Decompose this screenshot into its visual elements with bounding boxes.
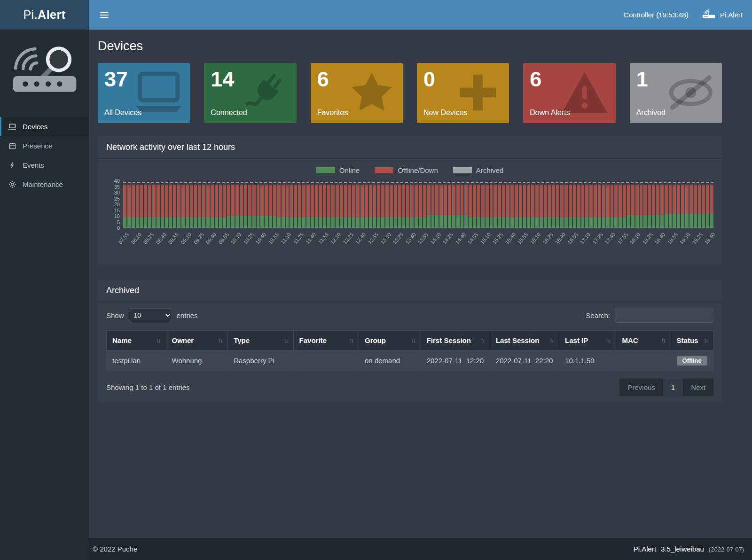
chart-bar [444,181,447,228]
x-tick-label: 13:10 [379,232,392,245]
col-header-type[interactable]: Type↑↓ [228,331,293,350]
chart-bar [531,181,534,228]
chart-bar [398,181,401,228]
x-tick-label: 16:10 [529,232,541,245]
sidebar-item-maintenance[interactable]: Maintenance [0,175,89,194]
sort-icon: ↑↓ [549,337,553,344]
chart-bar [252,181,256,228]
search-input[interactable] [615,308,713,323]
chart-bar [611,181,614,228]
controller-status-link[interactable]: Controller (19:53:48) [624,11,689,19]
chart-bar [573,181,576,228]
x-tick-label: 16:55 [566,232,579,245]
device-first-session: 2022-07-11 12:20 [421,350,490,371]
stat-label: Favorites [317,109,348,117]
x-tick-label: 10:40 [254,232,267,245]
chart-bar [365,181,368,228]
chart-bar [677,181,680,228]
archived-swatch-icon [453,167,472,173]
chart-bar [140,181,143,228]
col-header-mac[interactable]: MAC↑↓ [616,331,671,350]
x-tick-label: 11:10 [280,232,292,245]
chart-bar [144,181,147,228]
col-header-status[interactable]: Status↑↓ [671,331,713,350]
device-name-link[interactable]: testpi.lan [107,350,166,371]
stat-card-new-devices[interactable]: 0 New Devices [417,63,509,123]
chart-bar [706,181,709,228]
next-page-button[interactable]: Next [683,379,713,396]
device-status-cell: Offline [671,350,713,371]
x-tick-label: 09:55 [217,232,230,245]
chart-max-line [123,182,713,183]
sidebar: Devices Presence Events Maintenance [0,30,89,560]
x-tick-label: 19:25 [691,232,704,245]
stat-card-favorites[interactable]: 6 Favorites [311,63,403,123]
plus-icon [453,70,503,116]
chart-bar [473,181,476,228]
entries-select[interactable]: 10 [129,308,172,322]
archived-panel: Archived Show 10 entries Searc [98,280,722,403]
chart-bar [385,181,389,228]
chart-bar [123,181,126,228]
chart-bar [257,181,260,228]
previous-page-button[interactable]: Previous [619,379,663,396]
x-tick-label: 08:55 [167,232,180,245]
chart-bar [577,181,580,228]
entries-label: entries [177,311,198,319]
page-number-button[interactable]: 1 [663,379,683,396]
col-header-favorite[interactable]: Favorite↑↓ [293,331,359,350]
x-tick-label: 14:40 [454,232,467,245]
chart-bar [311,181,314,228]
sidebar-item-events[interactable]: Events [0,156,89,175]
network-activity-body: Online Offline/Down Archived [98,159,722,265]
stat-card-all-devices[interactable]: 37 All Devices [98,63,190,123]
sidebar-item-label: Devices [23,123,47,131]
brand-logo[interactable]: Pi.Alert [0,0,89,30]
col-header-last-session[interactable]: Last Session↑↓ [490,331,559,350]
show-label: Show [106,311,124,319]
chart-bar [360,181,364,228]
chart-bar [319,181,322,228]
sidebar-item-presence[interactable]: Presence [0,136,89,156]
footer: © 2022 Puche Pi.Alert 3.5_leiweibau (202… [89,538,752,560]
status-badge: Offline [677,356,707,366]
col-header-last-ip[interactable]: Last IP↑↓ [559,331,616,350]
chart-bar [190,181,193,228]
device-group: on demand [359,350,421,371]
brand-pre: Pi. [23,8,38,22]
chart-bar [452,181,455,228]
chart-bar [710,181,713,228]
stat-card-connected[interactable]: 14 Connected [204,63,296,123]
chart-bar [510,181,514,228]
col-header-owner[interactable]: Owner↑↓ [166,331,228,350]
col-header-first-session[interactable]: First Session↑↓ [421,331,490,350]
col-header-name[interactable]: Name↑↓ [107,331,166,350]
legend-label: Archived [476,166,503,174]
network-activity-chart: 0510152025303540 07:5508:1008:2508:4008:… [106,181,713,259]
chart-bar [327,181,330,228]
x-tick-label: 11:25 [292,232,305,245]
archived-panel-title: Archived [98,280,722,302]
stat-card-archived[interactable]: 1 Archived [630,63,722,123]
chart-bar [157,181,160,228]
search-group: Search: [586,308,713,323]
stat-card-down-alerts[interactable]: 6 Down Alerts [523,63,615,123]
chart-bar [206,181,210,228]
chart-bar [265,181,268,228]
x-tick-label: 17:55 [616,232,629,245]
navbar-right: Controller (19:53:48) [624,9,743,21]
chart-bar [290,181,293,228]
pialert-home-link[interactable]: Pi.Alert [702,9,743,21]
table-row: testpi.lan Wohnung Raspberry Pi on deman… [107,350,713,371]
chart-bar [439,181,443,228]
chart-bar [394,181,397,228]
chart-bar [198,181,201,228]
archived-table: Name↑↓ Owner↑↓ Type↑↓ Favorite↑↓ Group↑↓… [106,330,713,371]
chart-bar [410,181,414,228]
chart-bar [689,181,693,228]
chart-bar [306,181,310,228]
sidebar-toggle-icon[interactable] [98,9,110,21]
chart-bar [619,181,622,228]
sidebar-item-devices[interactable]: Devices [0,117,89,136]
col-header-group[interactable]: Group↑↓ [359,331,421,350]
